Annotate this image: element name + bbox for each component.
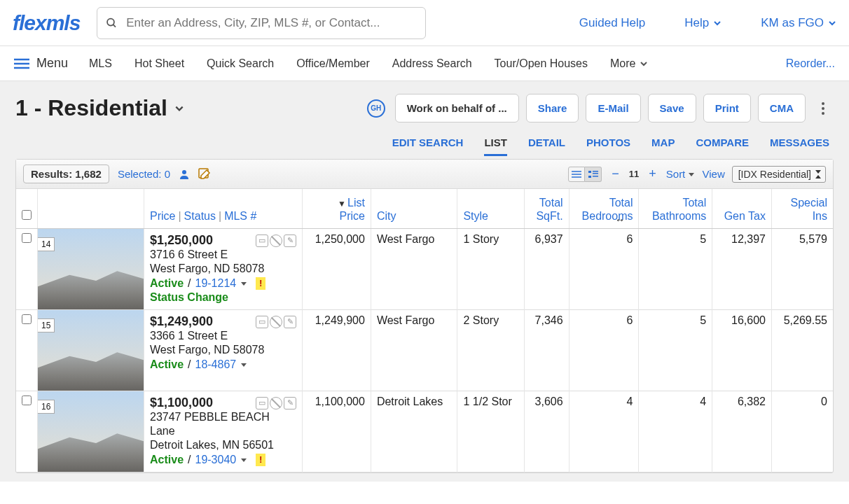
row-mls-link[interactable]: 19-3040	[195, 454, 236, 466]
table-row[interactable]: 14 $1,250,000 ▭ ✎ 3716 6 Street E West F…	[16, 229, 833, 310]
select-all-checkbox[interactable]	[22, 210, 32, 220]
results-count-chip[interactable]: Results: 1,682	[23, 164, 109, 183]
bed-l2: Bedrooms	[582, 209, 633, 223]
briefcase-icon[interactable]: ▭	[256, 397, 268, 410]
tab-photos[interactable]: PHOTOS	[586, 136, 630, 156]
nav-more[interactable]: More	[610, 57, 648, 70]
work-on-behalf-button[interactable]: Work on behalf of ...	[395, 94, 519, 122]
share-button[interactable]: Share	[526, 94, 579, 122]
col-sqft[interactable]: TotalSqFt.	[525, 189, 569, 229]
more-actions-button[interactable]	[813, 97, 834, 120]
content-area: 1 - Residential GH Work on behalf of ...…	[0, 81, 849, 482]
row-mls-link[interactable]: 18-4867	[195, 358, 236, 371]
svg-line-1	[113, 24, 116, 27]
view-link[interactable]: View	[702, 168, 724, 180]
row-checkbox[interactable]	[22, 314, 32, 324]
nav-quick-search[interactable]: Quick Search	[207, 57, 274, 70]
print-button[interactable]: Print	[703, 94, 751, 122]
page-next-button[interactable]: +	[646, 167, 659, 181]
search-input[interactable]	[126, 16, 417, 30]
tab-detail[interactable]: DETAIL	[528, 136, 565, 156]
tab-edit-search[interactable]: EDIT SEARCH	[392, 136, 464, 156]
tab-compare[interactable]: COMPARE	[696, 136, 749, 156]
row-checkbox[interactable]	[22, 233, 32, 243]
edit-icon[interactable]	[198, 168, 211, 181]
view-tabs: EDIT SEARCH LIST DETAIL PHOTOS MAP COMPA…	[15, 136, 834, 156]
flag-icon[interactable]: !	[256, 454, 265, 466]
cell-city: West Fargo	[371, 229, 457, 310]
col-listprice[interactable]: ▼List Price	[303, 189, 371, 229]
listing-thumbnail[interactable]: 14	[38, 229, 144, 309]
briefcase-icon[interactable]: ▭	[256, 234, 268, 247]
cell-tax: 12,397	[712, 229, 772, 310]
note-icon[interactable]: ✎	[284, 234, 296, 247]
sort-menu[interactable]: Sort	[666, 168, 696, 180]
row-mls-link[interactable]: 19-1214	[195, 277, 236, 290]
col-bathrooms[interactable]: TotalBathrooms	[639, 189, 712, 229]
help-menu[interactable]: Help	[684, 16, 722, 30]
help-label: Help	[684, 16, 709, 30]
spec-l1: Special	[791, 196, 827, 209]
tab-list[interactable]: LIST	[484, 136, 507, 156]
listprice-l2: Price	[339, 209, 364, 223]
page-title[interactable]: 1 - Residential	[15, 95, 184, 121]
triangle-down-icon[interactable]	[240, 456, 247, 463]
nav-address-search[interactable]: Address Search	[392, 57, 472, 70]
cell-listprice: 1,100,000	[303, 391, 371, 472]
contact-icon[interactable]	[179, 169, 190, 180]
cma-button[interactable]: CMA	[758, 94, 806, 122]
email-button[interactable]: E-Mail	[586, 94, 640, 122]
col-city[interactable]: City	[371, 189, 457, 229]
gh-badge-icon[interactable]: GH	[367, 99, 385, 118]
results-toolbar: Results: 1,682 Selected: 0 − 11 +	[16, 160, 833, 189]
table-row[interactable]: 16 $1,100,000 ▭ ✎ 23747 PEBBLE BEACH Lan…	[16, 391, 833, 472]
note-icon[interactable]: ✎	[284, 397, 296, 410]
template-select[interactable]: [IDX Residential]	[732, 166, 826, 183]
page-prev-button[interactable]: −	[609, 167, 622, 181]
menu-button[interactable]: Menu	[14, 56, 89, 71]
nav-tour-open[interactable]: Tour/Open Houses	[495, 57, 588, 70]
view-mode-thumb[interactable]	[585, 167, 602, 182]
disable-icon[interactable]	[270, 234, 282, 247]
note-icon[interactable]: ✎	[284, 316, 296, 328]
row-slash: /	[188, 277, 191, 290]
tab-map[interactable]: MAP	[651, 136, 675, 156]
nav-hot-sheet[interactable]: Hot Sheet	[134, 57, 184, 70]
col-special[interactable]: SpecialIns	[771, 189, 833, 229]
col-price[interactable]: Price	[150, 210, 175, 222]
tab-messages[interactable]: MESSAGES	[770, 136, 829, 156]
save-button[interactable]: Save	[648, 94, 696, 122]
selected-count-chip[interactable]: Selected: 0	[118, 168, 170, 180]
col-mls[interactable]: MLS #	[224, 210, 256, 222]
triangle-down-icon[interactable]	[240, 361, 247, 368]
disable-icon[interactable]	[270, 316, 282, 328]
nav-mls[interactable]: MLS	[89, 57, 112, 70]
flag-icon[interactable]: !	[256, 277, 265, 290]
nav-office-member[interactable]: Office/Member	[296, 57, 370, 70]
guided-help-link[interactable]: Guided Help	[579, 16, 646, 30]
bath-l2: Bathrooms	[652, 209, 706, 223]
listing-thumbnail[interactable]: 15	[38, 310, 144, 391]
col-gentax[interactable]: Gen Tax	[712, 189, 772, 229]
reorder-link[interactable]: Reorder...	[786, 57, 835, 70]
col-status[interactable]: Status	[184, 210, 216, 222]
sqft-l2: SqFt.	[536, 209, 562, 223]
row-info-cell: $1,249,900 ▭ ✎ 3366 1 Street E West Farg…	[144, 310, 303, 391]
briefcase-icon[interactable]: ▭	[256, 316, 268, 328]
col-style[interactable]: Style	[457, 189, 525, 229]
table-row[interactable]: 15 $1,249,900 ▭ ✎ 3366 1 Street E West F…	[16, 310, 833, 391]
cell-sqft: 7,346	[525, 310, 569, 391]
triangle-down-icon[interactable]	[240, 280, 247, 287]
view-mode-list[interactable]	[568, 167, 585, 182]
listing-thumbnail[interactable]: 16	[38, 391, 144, 472]
cell-beds: 6	[569, 310, 639, 391]
bath-l1: Total	[682, 196, 706, 209]
row-status-change: Status Change	[150, 291, 296, 304]
col-bedrooms[interactable]: TotalBedrooms	[569, 189, 639, 229]
results-table: Price|Status|MLS # ▼List Price City Styl…	[16, 189, 833, 472]
disable-icon[interactable]	[270, 397, 282, 410]
user-menu[interactable]: KM as FGO	[761, 16, 836, 30]
row-addr2: West Fargo, ND 58078	[150, 343, 296, 357]
row-checkbox[interactable]	[22, 396, 32, 405]
search-box[interactable]	[97, 7, 426, 39]
